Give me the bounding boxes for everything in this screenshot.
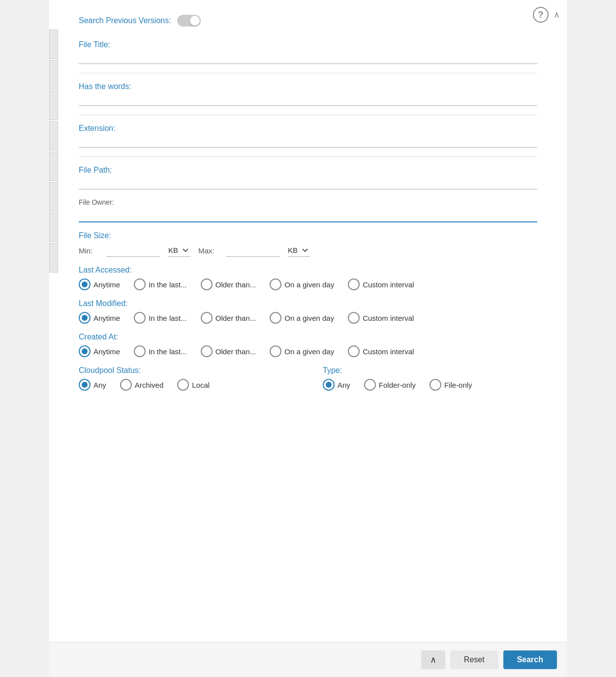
cloudpool-local[interactable]: Local <box>177 379 210 391</box>
created-at-older-than-radio[interactable] <box>201 345 213 357</box>
last-accessed-anytime-label: Anytime <box>93 280 120 289</box>
min-label: Min: <box>79 246 98 255</box>
cloudpool-type-row: Cloudpool Status: Any Archived Local Typ… <box>79 366 537 395</box>
left-tab-6[interactable] <box>49 182 58 212</box>
last-modified-anytime-radio[interactable] <box>79 312 91 324</box>
reset-button[interactable]: Reset <box>450 650 498 669</box>
last-accessed-anytime[interactable]: Anytime <box>79 278 120 290</box>
left-tab-4[interactable] <box>49 121 58 151</box>
has-words-label: Has the words: <box>79 82 537 91</box>
left-tab-5[interactable] <box>49 152 58 181</box>
type-file-only-label: File-only <box>444 381 472 389</box>
file-title-section: File Title: <box>79 40 537 64</box>
type-label: Type: <box>323 366 537 375</box>
created-at-in-the-last-label: In the last... <box>149 347 187 356</box>
cloudpool-any-radio[interactable] <box>79 379 91 391</box>
left-tab-7[interactable] <box>49 213 58 242</box>
type-folder-only-radio[interactable] <box>364 379 376 391</box>
cloudpool-archived[interactable]: Archived <box>120 379 163 391</box>
last-accessed-in-the-last[interactable]: In the last... <box>134 278 187 290</box>
cloudpool-local-label: Local <box>192 381 210 389</box>
min-size-input[interactable] <box>106 244 160 257</box>
search-previous-versions-row: Search Previous Versions: <box>79 15 537 27</box>
created-at-older-than-label: Older than... <box>216 347 256 356</box>
left-tab-2[interactable] <box>49 60 58 90</box>
type-file-only-radio[interactable] <box>430 379 441 391</box>
last-accessed-on-given-day-radio[interactable] <box>270 278 281 290</box>
created-at-on-given-day[interactable]: On a given day <box>270 345 334 357</box>
file-title-input[interactable] <box>79 51 537 64</box>
left-tab-3[interactable] <box>49 91 58 120</box>
cloudpool-archived-radio[interactable] <box>120 379 132 391</box>
last-accessed-older-than-label: Older than... <box>216 280 256 289</box>
last-modified-label: Last Modified: <box>79 299 537 308</box>
type-file-only[interactable]: File-only <box>430 379 472 391</box>
file-owner-input[interactable] <box>79 207 537 222</box>
file-size-section: File Size: Min: KB MB GB Max: KB MB GB <box>79 231 537 257</box>
last-modified-in-the-last[interactable]: In the last... <box>134 312 187 324</box>
top-collapse-icon[interactable]: ∧ <box>554 10 560 19</box>
type-any-radio[interactable] <box>323 379 335 391</box>
collapse-button[interactable]: ∧ <box>421 650 445 669</box>
cloudpool-local-radio[interactable] <box>177 379 189 391</box>
search-button[interactable]: Search <box>503 650 557 669</box>
file-size-row: Min: KB MB GB Max: KB MB GB <box>79 244 537 257</box>
last-modified-in-the-last-radio[interactable] <box>134 312 146 324</box>
last-modified-in-the-last-label: In the last... <box>149 314 187 322</box>
last-modified-older-than-label: Older than... <box>216 314 256 322</box>
type-folder-only[interactable]: Folder-only <box>364 379 416 391</box>
file-path-input[interactable] <box>79 177 537 189</box>
last-modified-on-given-day-radio[interactable] <box>270 312 281 324</box>
left-tab-1[interactable] <box>49 30 58 59</box>
file-owner-section: File Owner: <box>79 198 537 222</box>
created-at-anytime[interactable]: Anytime <box>79 345 120 357</box>
min-unit-select[interactable]: KB MB GB <box>168 244 190 257</box>
created-at-section: Created At: Anytime In the last... Older… <box>79 333 537 357</box>
file-owner-label: File Owner: <box>79 198 537 206</box>
help-icon[interactable]: ? <box>533 7 549 23</box>
created-at-on-given-day-label: On a given day <box>284 347 334 356</box>
cloudpool-archived-label: Archived <box>135 381 163 389</box>
created-at-anytime-radio[interactable] <box>79 345 91 357</box>
last-accessed-on-given-day[interactable]: On a given day <box>270 278 334 290</box>
created-at-custom-interval-radio[interactable] <box>348 345 360 357</box>
search-previous-versions-toggle[interactable] <box>177 15 201 27</box>
max-size-input[interactable] <box>226 244 280 257</box>
last-modified-anytime[interactable]: Anytime <box>79 312 120 324</box>
extension-input[interactable] <box>79 135 537 148</box>
created-at-on-given-day-radio[interactable] <box>270 345 281 357</box>
last-modified-custom-interval[interactable]: Custom interval <box>348 312 414 324</box>
main-panel: ? ∧ Search Previous Versions: File Title… <box>49 0 567 677</box>
has-words-input[interactable] <box>79 93 537 106</box>
left-tab-8[interactable] <box>49 243 58 273</box>
file-size-label: File Size: <box>79 231 537 240</box>
cloudpool-any[interactable]: Any <box>79 379 106 391</box>
created-at-in-the-last[interactable]: In the last... <box>134 345 187 357</box>
last-accessed-in-the-last-radio[interactable] <box>134 278 146 290</box>
created-at-custom-interval[interactable]: Custom interval <box>348 345 414 357</box>
file-path-label: File Path: <box>79 166 537 175</box>
last-modified-anytime-label: Anytime <box>93 314 120 322</box>
created-at-in-the-last-radio[interactable] <box>134 345 146 357</box>
last-modified-older-than-radio[interactable] <box>201 312 213 324</box>
last-accessed-custom-interval[interactable]: Custom interval <box>348 278 414 290</box>
last-modified-custom-interval-radio[interactable] <box>348 312 360 324</box>
last-accessed-anytime-radio[interactable] <box>79 278 91 290</box>
created-at-older-than[interactable]: Older than... <box>201 345 256 357</box>
extension-label: Extension: <box>79 124 537 133</box>
last-accessed-older-than-radio[interactable] <box>201 278 213 290</box>
last-modified-on-given-day[interactable]: On a given day <box>270 312 334 324</box>
last-modified-older-than[interactable]: Older than... <box>201 312 256 324</box>
last-accessed-on-given-day-label: On a given day <box>284 280 334 289</box>
last-accessed-older-than[interactable]: Older than... <box>201 278 256 290</box>
type-any[interactable]: Any <box>323 379 350 391</box>
created-at-custom-interval-label: Custom interval <box>363 347 414 356</box>
search-previous-versions-label: Search Previous Versions: <box>79 16 171 25</box>
created-at-radio-group: Anytime In the last... Older than... On … <box>79 345 537 357</box>
max-label: Max: <box>198 246 218 255</box>
max-unit-select[interactable]: KB MB GB <box>288 244 310 257</box>
bottom-bar: ∧ Reset Search <box>49 642 567 677</box>
type-folder-only-label: Folder-only <box>379 381 416 389</box>
has-words-section: Has the words: <box>79 82 537 106</box>
last-accessed-custom-interval-radio[interactable] <box>348 278 360 290</box>
